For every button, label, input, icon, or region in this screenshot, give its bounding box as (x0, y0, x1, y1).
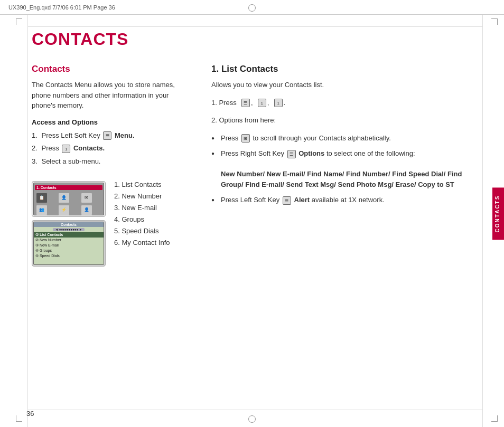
phone-images: 1. Contacts 📋 👤 ✉ 👥 ⚡ 👤 (32, 181, 106, 267)
left-body-text: The Contacts Menu allows you to store na… (32, 80, 190, 111)
right-intro: Allows you to view your Contacts list. (211, 80, 483, 90)
right-column: 1. List Contacts Allows you to view your… (211, 64, 483, 267)
step-3-text: Select a sub-menu. (41, 156, 100, 167)
contacts-num-icon: 1 (62, 145, 70, 153)
right-step2-label: 2. Options from here: (211, 115, 483, 126)
phone2-screen: ① List Contacts ② New Number ③ New E-mai… (34, 232, 104, 259)
phone2-item-1: ① List Contacts (34, 232, 104, 238)
menu-item-6: 6. My Contact Info (114, 237, 170, 249)
phone2-item-5: ⑤ Speed Dials (34, 253, 104, 259)
left-section-title: Contacts (32, 64, 190, 74)
bullet-item-2: Press Right Soft Key ☰ Options to select… (211, 148, 483, 189)
menu-item-4: 4. Groups (114, 214, 170, 225)
phone2-item-2: ② New Number (34, 238, 104, 243)
phone1-icon-2: 👤 (58, 193, 70, 203)
phone2-header: Contacts (34, 222, 104, 227)
phone-image-1: 1. Contacts 📋 👤 ✉ 👥 ⚡ 👤 (32, 181, 106, 217)
step-2-text: Press 1 Contacts. (41, 143, 105, 154)
menu-list-container: 1. List Contacts 2. New Number 3. New E-… (114, 174, 170, 267)
press-icon-1: ☰ (241, 99, 250, 107)
access-heading: Access and Options (32, 118, 190, 126)
bullet-item-1: Press ⊞ to scroll through your Contacts … (211, 133, 483, 144)
alert-icon: ☰ (283, 196, 291, 205)
phone2-item-4: ④ Groups (34, 248, 104, 253)
steps-list: 1. Press Left Soft Key ☰ Menu. 2. Press … (32, 130, 190, 167)
phone-image-2: Contacts ◄ ●●●●●●●●●● ► ① List Contacts … (32, 220, 106, 267)
header-bar: UX390_Eng.qxd 7/7/06 6:01 PM Page 36 (0, 0, 504, 15)
bullet-item-3: Press Left Soft Key ☰ Alert available at… (211, 195, 483, 205)
menu-icon: ☰ (103, 131, 111, 140)
right-section-title: 1. List Contacts (211, 64, 483, 74)
options-list: New Number/ New E-mail/ Find Name/ Find … (221, 170, 462, 188)
phone2-nav: ◄ ●●●●●●●●●● ► (34, 228, 104, 231)
bullet-list: Press ⊞ to scroll through your Contacts … (211, 133, 483, 205)
phone1-icon-5: ⚡ (58, 205, 70, 215)
phone1-header: 1. Contacts (35, 185, 102, 190)
two-column-layout: Contacts The Contacts Menu allows you to… (32, 64, 483, 267)
phone2-item-3: ③ New E-mail (34, 243, 104, 248)
right-step1: 1. Press ☰, 1, 1. (211, 98, 483, 108)
phone1-icon-4: 👥 (36, 205, 48, 215)
menu-item-2: 2. New Number (114, 191, 170, 202)
phone1-icon-3: ✉ (81, 193, 92, 203)
step-1-text: Press Left Soft Key ☰ Menu. (41, 130, 134, 141)
phone1-icon-1: 📋 (36, 193, 48, 203)
menu-item-3: 3. New E-mail (114, 202, 170, 214)
step-2-num: 2. (32, 143, 39, 154)
menu-item-1: 1. List Contacts (114, 179, 170, 191)
page-content: CONTACTS Contacts The Contacts Menu allo… (0, 15, 504, 427)
press-icon-3: 1 (274, 99, 283, 107)
menu-item-5: 5. Speed Dials (114, 225, 170, 237)
step-2: 2. Press 1 Contacts. (32, 143, 190, 154)
menu-list: 1. List Contacts 2. New Number 3. New E-… (114, 179, 170, 249)
step-3-num: 3. (32, 156, 39, 167)
step-1-num: 1. (32, 130, 39, 141)
left-column: Contacts The Contacts Menu allows you to… (32, 64, 190, 267)
phone1-icon-grid: 📋 👤 ✉ 👥 ⚡ 👤 (35, 192, 102, 216)
right-title-text: 1. List Contacts (211, 64, 278, 74)
phone-and-menu: 1. Contacts 📋 👤 ✉ 👥 ⚡ 👤 (32, 174, 190, 267)
options-icon: ☰ (287, 150, 296, 158)
phone1-icon-6: 👤 (81, 205, 92, 215)
press-icon-2: 1 (258, 99, 266, 107)
step-1: 1. Press Left Soft Key ☰ Menu. (32, 130, 190, 141)
main-title: CONTACTS (32, 30, 483, 49)
nav-icon: ⊞ (241, 134, 250, 143)
header-text: UX390_Eng.qxd 7/7/06 6:01 PM Page 36 (8, 4, 115, 11)
step-3: 3. Select a sub-menu. (32, 156, 190, 167)
